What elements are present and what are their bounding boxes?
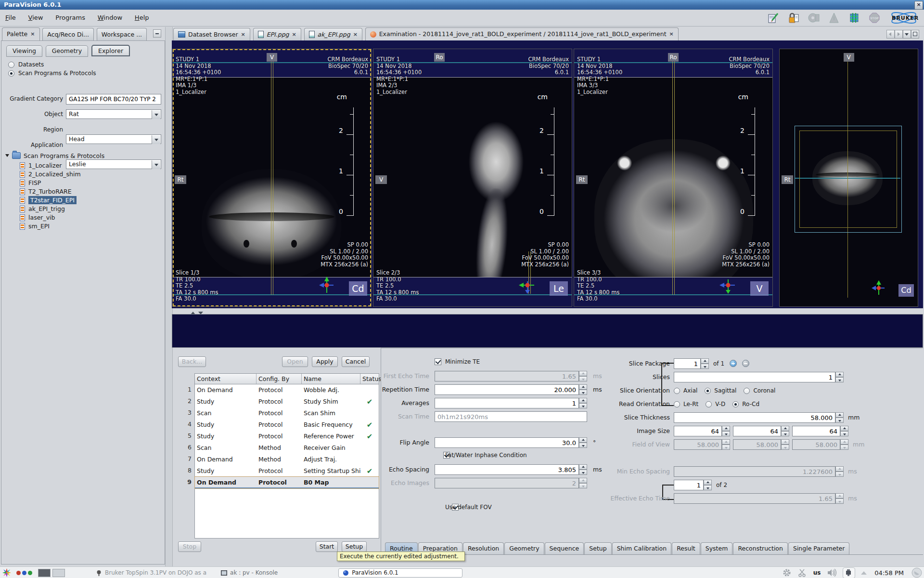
tab-scroll-right-button[interactable] bbox=[895, 30, 903, 39]
flip-angle-field[interactable] bbox=[435, 437, 579, 448]
table-row[interactable]: StudyProtocolReference Power✔ bbox=[195, 431, 379, 442]
table-row[interactable]: StudyProtocolBasic Frequency✔ bbox=[195, 419, 379, 431]
restore-view-button[interactable] bbox=[911, 30, 919, 39]
palette-minimize-button[interactable] bbox=[153, 29, 161, 38]
tab-shim-calibration[interactable]: Shim Calibration bbox=[612, 542, 672, 554]
close-icon[interactable]: × bbox=[292, 29, 296, 40]
add-slice-package-button[interactable] bbox=[730, 360, 737, 367]
flip-angle-spinner[interactable] bbox=[579, 437, 587, 448]
table-editor-icon[interactable] bbox=[848, 12, 860, 24]
image-size-z-spinner[interactable] bbox=[840, 426, 848, 436]
radio-v-d[interactable] bbox=[706, 401, 712, 407]
menu-programs[interactable]: Programs bbox=[50, 10, 90, 26]
tab-viewing[interactable]: Viewing bbox=[6, 45, 42, 57]
radio-sagittal[interactable] bbox=[705, 388, 711, 394]
menu-file[interactable]: File bbox=[0, 10, 21, 26]
remove-slice-package-button[interactable] bbox=[742, 360, 749, 367]
table-row[interactable]: ScanProtocolScan Shim bbox=[195, 407, 379, 419]
tab-list-button[interactable] bbox=[903, 30, 911, 39]
setup-button[interactable]: Setup bbox=[342, 541, 367, 552]
image-size-y-field[interactable] bbox=[733, 426, 781, 436]
back-button[interactable]: Back... bbox=[178, 356, 206, 367]
menu-window[interactable]: Window bbox=[92, 10, 128, 26]
tray-device-icon[interactable] bbox=[843, 567, 855, 578]
radio-ro-cd[interactable] bbox=[732, 401, 739, 407]
clipboard-scissors-icon[interactable] bbox=[798, 568, 807, 577]
tab-single-parameter[interactable]: Single Parameter bbox=[788, 542, 849, 554]
lock-adjustment-icon[interactable] bbox=[787, 12, 800, 24]
column-context[interactable]: Context bbox=[195, 374, 257, 384]
image-size-y-spinner[interactable] bbox=[781, 426, 789, 436]
slice-package-spinner[interactable] bbox=[701, 358, 709, 369]
close-icon[interactable]: × bbox=[30, 28, 35, 40]
menu-help[interactable]: Help bbox=[129, 10, 154, 26]
tab-examination[interactable]: Examination - 20181114_jove_rat1_BOLD_ex… bbox=[365, 27, 679, 40]
minimize-te-checkbox[interactable] bbox=[435, 358, 441, 365]
close-icon[interactable]: × bbox=[353, 29, 358, 40]
viewport-reference[interactable]: V Rt Cd bbox=[779, 49, 918, 307]
tab-workspace[interactable]: Workspace ... bbox=[97, 28, 147, 40]
tree-item-sm-epi[interactable]: sm_EPI bbox=[20, 222, 50, 231]
viewport-sagittal[interactable]: STUDY 114 Nov 201816:54:36 +0100 MR*E:1*… bbox=[373, 49, 572, 307]
stop-button[interactable]: Stop bbox=[178, 541, 201, 552]
window-titlebar[interactable]: ParaVision 6.0.1 bbox=[0, 0, 924, 10]
image-size-x-field[interactable] bbox=[674, 426, 722, 436]
menu-view[interactable]: View bbox=[23, 10, 49, 26]
radio-le-rt[interactable] bbox=[674, 401, 680, 407]
tab-ak-epi-ppg[interactable]: ak_EPI.ppg× bbox=[304, 28, 362, 40]
viewport-axial[interactable]: STUDY 114 Nov 201816:54:36 +0100 MR*E:1*… bbox=[172, 49, 372, 307]
radio-datasets[interactable]: Datasets bbox=[8, 61, 44, 68]
tab-epi-ppg[interactable]: EPI.ppg× bbox=[253, 28, 301, 40]
column-name[interactable]: Name bbox=[302, 374, 360, 384]
repetition-time-spinner[interactable] bbox=[579, 384, 587, 395]
repetition-time-field[interactable] bbox=[435, 384, 579, 395]
image-size-x-spinner[interactable] bbox=[722, 426, 730, 436]
desktop-1-pager[interactable] bbox=[38, 569, 51, 577]
tab-resolution[interactable]: Resolution bbox=[463, 542, 504, 554]
application-select[interactable]: Leslie bbox=[66, 159, 161, 169]
slices-field[interactable] bbox=[674, 372, 835, 382]
region-select[interactable]: Head bbox=[66, 134, 161, 144]
tab-explorer[interactable]: Explorer bbox=[91, 45, 130, 56]
taskbar-item-paravision[interactable]: ParaVision 6.0.1 bbox=[338, 568, 462, 578]
tab-setup[interactable]: Setup bbox=[584, 542, 611, 554]
table-row-selected[interactable]: On DemandProtocolB0 Map bbox=[195, 477, 379, 488]
close-icon[interactable]: × bbox=[669, 28, 674, 40]
session-icon[interactable] bbox=[911, 567, 922, 578]
tree-item-ak-epi-trigg[interactable]: ak_EPI_trigg bbox=[20, 205, 65, 213]
tab-result[interactable]: Result bbox=[672, 542, 700, 554]
viewport-coronal[interactable]: STUDY 114 Nov 201816:54:36 +0100 MR*E:1*… bbox=[574, 49, 773, 307]
object-select[interactable]: Rat bbox=[66, 109, 161, 119]
slice-thickness-spinner[interactable] bbox=[835, 412, 844, 423]
start-button[interactable]: Start bbox=[316, 541, 338, 552]
taskbar-item-topspin[interactable]: Bruker TopSpin 3.1PV on DOJO as a bbox=[92, 568, 210, 578]
cancel-button[interactable]: Cancel bbox=[342, 356, 370, 367]
radio-axial[interactable] bbox=[674, 388, 680, 394]
expander-icon[interactable] bbox=[5, 154, 9, 157]
volume-icon[interactable] bbox=[827, 569, 837, 577]
crosshair-vertical[interactable] bbox=[271, 62, 273, 295]
tray-expand-icon[interactable] bbox=[861, 571, 867, 575]
echo-position-field[interactable] bbox=[674, 480, 704, 490]
gradient-category-input[interactable] bbox=[66, 94, 161, 105]
table-row[interactable]: StudyProtocolSetting Startup Shim✔ bbox=[195, 465, 379, 477]
tab-acq-reco-display[interactable]: Acq/Reco Di... bbox=[42, 28, 94, 40]
table-row[interactable]: On DemandMethodAdjust Traj. bbox=[195, 454, 379, 465]
fov-frame[interactable] bbox=[799, 131, 897, 228]
echo-spacing-spinner[interactable] bbox=[579, 464, 587, 475]
tree-item-fisp[interactable]: FISP bbox=[20, 179, 41, 187]
tree-item-t2-turborare[interactable]: T2_TurboRARE bbox=[20, 187, 72, 196]
tab-geometry[interactable]: Geometry bbox=[46, 45, 88, 57]
tree-root-scan-programs[interactable]: Scan Programs & Protocols bbox=[5, 152, 104, 160]
tree-item-1-localizer[interactable]: 1_Localizer bbox=[20, 161, 62, 170]
app-launcher-icon[interactable] bbox=[2, 568, 12, 578]
gear-icon[interactable] bbox=[783, 568, 791, 577]
tree-item-t2star-fid-epi-selected[interactable]: T2star_FID_EPI bbox=[20, 196, 77, 205]
table-row[interactable]: StudyProtocolStudy Shim✔ bbox=[195, 396, 379, 407]
open-button[interactable]: Open bbox=[282, 356, 308, 367]
tree-item-laser-vib[interactable]: laser_vib bbox=[20, 213, 55, 222]
edit-protocol-icon[interactable] bbox=[767, 12, 780, 24]
workspace-dots[interactable] bbox=[16, 571, 32, 575]
echo-spacing-field[interactable] bbox=[435, 464, 579, 475]
tab-system[interactable]: System bbox=[701, 542, 733, 554]
